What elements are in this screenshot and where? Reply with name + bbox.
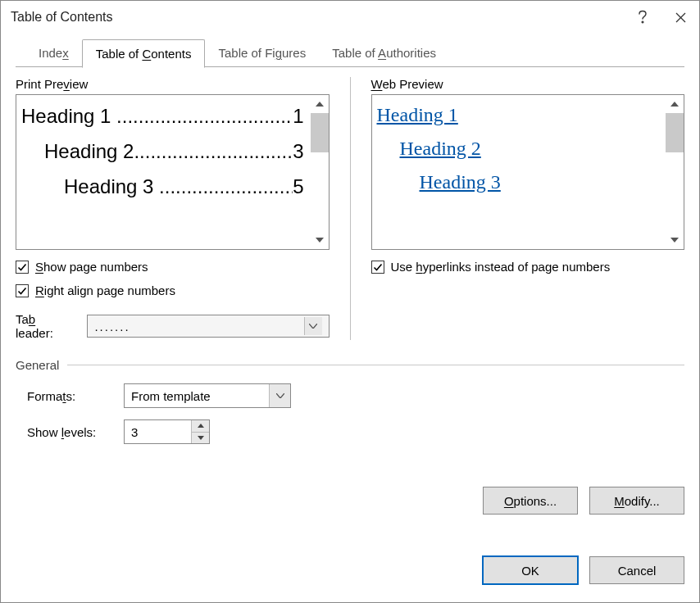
close-button[interactable] (661, 1, 699, 34)
checkbox-checked-icon (371, 261, 384, 274)
show-page-numbers-checkbox[interactable]: Show page numbers (16, 260, 330, 274)
show-levels-spinner[interactable]: 3 (124, 419, 210, 444)
general-group-label: General (16, 358, 59, 372)
web-h2-link[interactable]: Heading 2 (400, 138, 481, 159)
pv-h1-text: Heading 1 (21, 98, 111, 134)
checkbox-checked-icon (16, 284, 29, 297)
print-preview-scrollbar[interactable] (311, 95, 329, 249)
scroll-thumb[interactable] (311, 113, 329, 152)
print-preview-box: Heading 1 ..............................… (16, 94, 330, 250)
ok-button[interactable]: OK (483, 556, 578, 584)
pv-h3-text: Heading 3 (64, 169, 153, 204)
pv-h2-page: 3 (293, 134, 303, 169)
use-hyperlinks-checkbox[interactable]: Use hyperlinks instead of page numbers (371, 260, 685, 274)
vertical-divider (350, 77, 351, 340)
toc-dialog: Table of Contents Index Table of Content… (0, 0, 700, 603)
cancel-button[interactable]: Cancel (589, 556, 684, 584)
chevron-down-icon (269, 384, 290, 407)
titlebar: Table of Contents (1, 1, 699, 34)
print-preview-label: Print Preview (16, 77, 330, 91)
scroll-down-icon[interactable] (666, 231, 684, 249)
tab-table-of-figures[interactable]: Table of Figures (205, 39, 319, 68)
formats-label: Formats: (27, 389, 109, 403)
web-preview-box: Heading 1 Heading 2 Heading 3 (371, 94, 685, 250)
right-align-checkbox[interactable]: Right align page numbers (16, 283, 330, 297)
tab-index[interactable]: Index (25, 39, 82, 68)
tab-leader-select[interactable]: ....... (87, 315, 329, 338)
svg-point-0 (642, 21, 643, 23)
web-preview-scrollbar[interactable] (666, 95, 684, 249)
checkbox-checked-icon (16, 261, 29, 274)
pv-h1-page: 1 (293, 98, 303, 134)
show-levels-value: 3 (125, 420, 191, 443)
spinner-up-icon[interactable] (192, 420, 209, 432)
scroll-thumb[interactable] (666, 113, 684, 152)
pv-h3-page: 5 (293, 169, 303, 204)
scroll-down-icon[interactable] (311, 231, 329, 249)
pv-h2-text: Heading 2 (44, 134, 134, 169)
spinner-down-icon[interactable] (192, 432, 209, 444)
tab-leader-label: Tab leader: (16, 312, 75, 340)
formats-select[interactable]: From template (124, 383, 291, 408)
dialog-title: Table of Contents (11, 10, 624, 25)
web-h1-link[interactable]: Heading 1 (377, 104, 458, 125)
show-levels-label: Show levels: (27, 425, 109, 439)
web-preview-label: Web Preview (371, 77, 685, 91)
scroll-up-icon[interactable] (311, 95, 329, 113)
modify-button[interactable]: Modify... (589, 487, 684, 515)
help-button[interactable] (624, 1, 661, 34)
formats-value: From template (125, 389, 269, 403)
chevron-down-icon (304, 317, 322, 335)
tab-leader-value: ....... (94, 320, 297, 333)
scroll-up-icon[interactable] (666, 95, 684, 113)
tab-table-of-authorities[interactable]: Table of Authorities (319, 39, 449, 68)
options-button[interactable]: Options... (483, 487, 578, 515)
tab-bar: Index Table of Contents Table of Figures… (16, 39, 684, 67)
tab-table-of-contents[interactable]: Table of Contents (82, 39, 206, 68)
web-h3-link[interactable]: Heading 3 (420, 171, 501, 193)
